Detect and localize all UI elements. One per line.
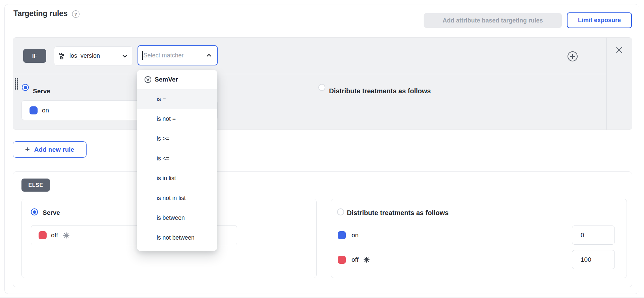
distribute-off-name: off <box>352 256 359 263</box>
serve-label: Serve <box>33 88 50 95</box>
default-distribute-radio[interactable] <box>337 208 344 215</box>
treatment-on-swatch <box>338 231 346 239</box>
remove-rule-icon[interactable] <box>615 46 623 54</box>
default-treatment-icon <box>63 232 70 239</box>
page-title: Targeting rules <box>13 9 67 18</box>
matcher-option-is-lte[interactable]: is <= <box>137 149 217 168</box>
if-badge: IF <box>23 49 46 63</box>
add-condition-icon[interactable] <box>567 51 578 62</box>
distribute-radio[interactable] <box>318 84 325 91</box>
matcher-group-label: SemVer <box>155 76 178 83</box>
attribute-select-value: ios_version <box>69 52 100 59</box>
if-badge-label: IF <box>32 53 37 59</box>
else-badge-label: ELSE <box>29 182 43 188</box>
distribute-row-off: off <box>338 250 370 270</box>
matcher-option-is-gte[interactable]: is >= <box>137 129 217 149</box>
page-bottom-divider <box>0 297 644 298</box>
treatment-on-swatch <box>30 106 38 114</box>
distribute-on-name: on <box>352 232 359 239</box>
serve-radio[interactable] <box>22 84 29 91</box>
add-new-rule-button[interactable]: + Add new rule <box>13 141 87 158</box>
limit-exposure-button[interactable]: Limit exposure <box>567 12 632 28</box>
matcher-option-is-in-list[interactable]: is in list <box>137 168 217 188</box>
targeting-rules-page: Targeting rules ? Add attribute based ta… <box>0 0 644 298</box>
add-attribute-rules-label: Add attribute based targeting rules <box>442 17 543 24</box>
default-serve-treatment-value: off <box>51 232 58 239</box>
chevron-up-icon <box>206 52 212 59</box>
attribute-type-icon <box>59 52 66 60</box>
rule-card-divider <box>606 38 607 130</box>
treatment-off-swatch <box>338 256 346 264</box>
default-distribute-panel: Distribute treatments as follows on off <box>331 199 627 278</box>
else-badge: ELSE <box>21 179 50 192</box>
help-icon[interactable]: ? <box>72 10 79 18</box>
matcher-option-is-equal[interactable]: is = <box>137 89 217 109</box>
distribute-off-percent-input[interactable] <box>572 250 615 269</box>
plus-icon: + <box>25 145 30 154</box>
treatment-off-swatch <box>39 231 47 239</box>
semver-icon <box>144 76 152 83</box>
default-distribute-label: Distribute treatments as follows <box>347 209 448 217</box>
add-attribute-rules-button[interactable]: Add attribute based targeting rules <box>424 13 562 28</box>
default-serve-label: Serve <box>43 209 60 216</box>
chevron-down-icon <box>117 53 132 59</box>
targeting-rule-card: IF ios_version Select matcher <box>13 37 632 130</box>
if-row-divider <box>13 74 606 74</box>
matcher-select[interactable]: Select matcher <box>138 45 218 65</box>
limit-exposure-label: Limit exposure <box>578 17 621 24</box>
matcher-group-header: SemVer <box>137 70 217 89</box>
matcher-dropdown-menu: SemVer is = is not = is >= is <= is in l… <box>137 70 217 251</box>
help-question-glyph: ? <box>74 12 77 17</box>
default-serve-radio[interactable] <box>31 208 38 215</box>
default-treatment-icon <box>363 256 370 263</box>
matcher-select-placeholder: Select matcher <box>144 52 184 59</box>
distribute-on-percent-input[interactable] <box>572 226 615 245</box>
default-rule-card: ELSE Serve off Distribute treatments as … <box>13 171 632 287</box>
matcher-option-is-not-equal[interactable]: is not = <box>137 109 217 129</box>
serve-treatment-value: on <box>42 107 49 114</box>
matcher-option-is-not-in-list[interactable]: is not in list <box>137 188 217 208</box>
attribute-select[interactable]: ios_version <box>54 46 133 65</box>
add-new-rule-label: Add new rule <box>34 146 74 153</box>
distribute-label: Distribute treatments as follows <box>329 87 431 95</box>
matcher-option-is-not-between[interactable]: is not between <box>137 228 217 248</box>
drag-handle[interactable] <box>15 78 20 89</box>
matcher-option-is-between[interactable]: is between <box>137 208 217 228</box>
distribute-row-on: on <box>338 225 359 245</box>
text-cursor <box>142 51 143 60</box>
